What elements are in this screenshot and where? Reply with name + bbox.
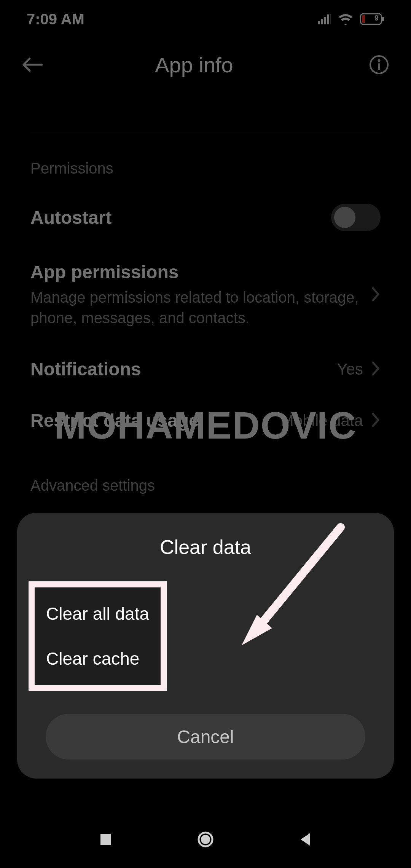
svg-rect-7	[362, 15, 365, 23]
nav-back-button[interactable]	[298, 832, 312, 847]
restrict-data-label: Restrict data usage	[30, 410, 280, 431]
notifications-row[interactable]: Notifications Yes	[30, 340, 381, 391]
dialog-title: Clear data	[32, 536, 379, 558]
app-permissions-subtitle: Manage permissions related to location, …	[30, 287, 371, 328]
restrict-data-value: Mobile data	[280, 412, 363, 430]
battery-level: 9	[374, 14, 379, 22]
svg-point-15	[201, 835, 210, 844]
svg-rect-6	[382, 17, 384, 21]
svg-point-9	[378, 59, 381, 62]
status-bar: 7:09 AM 9	[0, 0, 411, 38]
chevron-right-icon	[371, 412, 381, 429]
cancel-button[interactable]: Cancel	[46, 714, 365, 760]
svg-rect-10	[378, 63, 380, 70]
info-button[interactable]	[368, 55, 390, 75]
navigation-bar	[0, 811, 411, 868]
chevron-right-icon	[371, 361, 381, 378]
autostart-toggle[interactable]	[331, 204, 381, 231]
autostart-row[interactable]: Autostart	[30, 192, 381, 243]
cellular-signal-icon	[318, 14, 331, 24]
svg-marker-12	[242, 615, 272, 645]
svg-rect-0	[318, 21, 320, 24]
page-title: App info	[21, 53, 368, 77]
autostart-label: Autostart	[30, 207, 331, 228]
chevron-right-icon	[371, 287, 381, 303]
nav-recents-button[interactable]	[99, 833, 113, 846]
svg-rect-4	[330, 14, 331, 24]
wifi-icon	[338, 13, 353, 25]
dialog-options-highlight: Clear all data Clear cache	[29, 581, 167, 691]
app-header: App info	[0, 38, 411, 91]
clear-data-dialog: Clear data Clear all data Clear cache Ca…	[17, 513, 394, 779]
svg-marker-16	[301, 833, 310, 846]
notifications-label: Notifications	[30, 359, 337, 380]
nav-home-button[interactable]	[196, 830, 215, 849]
app-permissions-row[interactable]: App permissions Manage permissions relat…	[30, 243, 381, 340]
svg-rect-13	[100, 834, 111, 845]
notifications-value: Yes	[337, 360, 363, 378]
restrict-data-row[interactable]: Restrict data usage Mobile data	[30, 391, 381, 442]
svg-rect-1	[321, 19, 323, 24]
battery-icon	[360, 13, 384, 25]
clear-cache-option[interactable]: Clear cache	[42, 636, 153, 681]
app-permissions-label: App permissions	[30, 262, 371, 282]
svg-rect-2	[324, 17, 326, 24]
section-advanced-label: Advanced settings	[30, 454, 381, 509]
status-time: 7:09 AM	[27, 11, 84, 28]
section-permissions-label: Permissions	[30, 133, 381, 192]
content-area: Permissions Autostart App permissions Ma…	[0, 91, 411, 509]
svg-rect-3	[327, 14, 329, 24]
clear-all-data-option[interactable]: Clear all data	[42, 591, 153, 636]
